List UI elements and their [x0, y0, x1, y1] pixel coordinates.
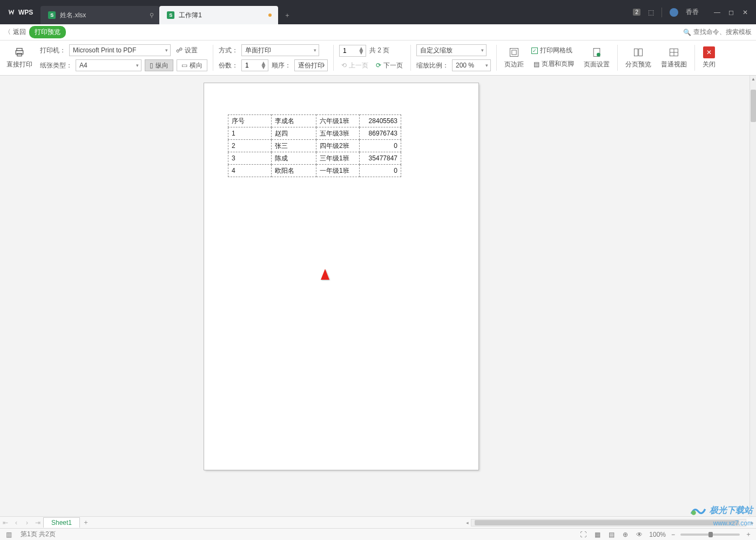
paper-label: 纸张类型： — [40, 61, 72, 70]
order-value: 逐份打印 — [298, 61, 324, 70]
zoom-slider[interactable] — [680, 534, 740, 536]
svg-rect-7 — [634, 49, 638, 56]
maximize-button[interactable]: ◻ — [725, 7, 738, 18]
vertical-scrollbar[interactable]: ▲ ▼ — [750, 76, 756, 521]
tab-file-2[interactable]: S 工作簿1 — [159, 6, 278, 24]
view-reading-icon[interactable]: ⊕ — [621, 531, 630, 538]
sheet-nav-first[interactable]: ⇤ — [0, 519, 11, 526]
notification-badge[interactable]: 2 — [633, 9, 640, 16]
settings-label: 设置 — [185, 46, 198, 55]
cell: 四年级2班 — [316, 140, 360, 152]
zoom-value[interactable]: 100% — [649, 531, 666, 538]
sheet-tab[interactable]: Sheet1 — [43, 517, 80, 528]
zoom-in-button[interactable]: ＋ — [745, 530, 752, 539]
scroll-left-icon[interactable]: ◂ — [463, 520, 471, 525]
chevron-down-icon: ▾ — [485, 63, 488, 68]
svg-marker-13 — [321, 269, 329, 280]
pin-icon[interactable]: ⚲ — [150, 12, 154, 19]
paper-select[interactable]: A4▾ — [76, 59, 141, 71]
add-sheet-button[interactable]: ＋ — [80, 518, 92, 527]
printer-icon — [12, 46, 26, 58]
fullscreen-icon[interactable]: ⛶ — [579, 531, 588, 538]
separator — [617, 45, 618, 71]
slider-knob[interactable] — [708, 532, 713, 537]
separator — [410, 45, 411, 71]
separator — [213, 45, 213, 71]
chevron-down-icon[interactable]: ▼ — [358, 51, 364, 55]
copies-spinner[interactable]: 1▲▼ — [241, 59, 268, 71]
user-avatar-icon[interactable] — [670, 8, 678, 17]
cell: 序号 — [228, 115, 272, 127]
document-tabs: S 姓名.xlsx ⚲ S 工作簿1 ＋ — [40, 0, 296, 24]
mode-select[interactable]: 单面打印▾ — [241, 44, 319, 56]
cell: 3 — [228, 152, 272, 165]
landscape-label: 横向 — [190, 61, 202, 70]
preview-area: 序号李成名六年级1班28405563 1赵四五年级3班86976743 2张三四… — [0, 76, 750, 521]
direct-print-label: 直接打印 — [6, 60, 32, 69]
sheet-nav-next[interactable]: › — [22, 519, 32, 526]
portrait-icon: ▯ — [150, 62, 153, 69]
close-preview-button[interactable]: ✕ 关闭 — [700, 46, 718, 69]
minimize-button[interactable]: — — [711, 7, 724, 18]
zoom-mode-select[interactable]: 自定义缩放▾ — [416, 44, 487, 56]
view-normal-icon[interactable]: ▦ — [593, 531, 602, 538]
status-bar: ▥ 第1页 共2页 ⛶ ▦ ▤ ⊕ 👁 100% − ＋ — [0, 528, 756, 540]
chevron-down-icon[interactable]: ▼ — [260, 65, 267, 69]
back-row: 〈 返回 打印预览 🔍 查找命令、搜索模板 — [0, 24, 756, 40]
paper-value: A4 — [79, 62, 87, 69]
close-window-button[interactable]: ✕ — [739, 7, 752, 18]
prev-page-button: ⟲上一页 — [339, 60, 370, 71]
printer-settings-button[interactable]: ☍设置 — [174, 45, 200, 56]
page-break-preview-button[interactable]: 分页预览 — [623, 46, 653, 69]
zoom-out-button[interactable]: − — [671, 531, 675, 538]
page-setup-button[interactable]: 页面设置 — [582, 46, 612, 69]
ribbon: 直接打印 打印机： Microsoft Print to PDF▾ ☍设置 纸张… — [0, 40, 756, 76]
cell: 李成名 — [272, 115, 316, 127]
back-button[interactable]: 〈 返回 — [4, 28, 26, 37]
order-select[interactable]: 逐份打印▾ — [294, 59, 328, 71]
margins-button[interactable]: 页边距 — [502, 46, 526, 69]
normal-view-label: 普通视图 — [661, 60, 687, 69]
user-name[interactable]: 香香 — [686, 8, 699, 17]
scrollbar-thumb[interactable] — [475, 520, 739, 525]
cell: 1 — [228, 127, 272, 140]
orientation-landscape-button[interactable]: ▭横向 — [177, 59, 207, 71]
printer-label: 打印机： — [40, 46, 66, 55]
normal-view-button[interactable]: 普通视图 — [659, 46, 689, 69]
scroll-right-icon[interactable]: ▸ — [748, 520, 756, 525]
gridlines-checkbox[interactable]: ✓打印网格线 — [531, 46, 576, 55]
page-number-spinner[interactable]: 1▲▼ — [339, 45, 366, 57]
apps-icon[interactable]: ⬚ — [648, 9, 654, 16]
close-label: 关闭 — [703, 60, 716, 69]
eye-icon[interactable]: 👁 — [635, 531, 644, 538]
direct-print-button[interactable]: 直接打印 — [4, 46, 35, 69]
preview-table: 序号李成名六年级1班28405563 1赵四五年级3班86976743 2张三四… — [228, 114, 401, 177]
horizontal-scrollbar[interactable] — [471, 519, 746, 526]
zoom-ratio-select[interactable]: 200 %▾ — [452, 59, 491, 71]
next-page-button[interactable]: ⟳下一页 — [374, 60, 405, 71]
title-bar: WPS S 姓名.xlsx ⚲ S 工作簿1 ＋ 2 ⬚ 香香 — ◻ ✕ — [0, 0, 756, 24]
sheet-nav-last[interactable]: ⇥ — [32, 519, 43, 526]
orientation-portrait-button[interactable]: ▯纵向 — [145, 59, 173, 71]
app-name: WPS — [18, 9, 33, 16]
new-tab-button[interactable]: ＋ — [278, 6, 296, 24]
cell: 一年级1班 — [316, 165, 360, 177]
header-footer-label: 页眉和页脚 — [542, 59, 574, 69]
sheet-tab-row: ⇤ ‹ › ⇥ Sheet1 ＋ ◂ ▸ — [0, 516, 756, 528]
scrollbar-thumb[interactable] — [751, 90, 756, 122]
table-row: 2张三四年级2班0 — [228, 140, 401, 152]
view-pagebreak-icon[interactable]: ▤ — [607, 531, 616, 538]
cell: 4 — [228, 165, 272, 177]
printer-value: Microsoft Print to PDF — [73, 46, 136, 54]
scroll-up-icon[interactable]: ▲ — [750, 76, 756, 82]
sheet-nav-prev[interactable]: ‹ — [11, 519, 22, 526]
command-search[interactable]: 🔍 查找命令、搜索模板 — [683, 28, 752, 37]
svg-rect-2 — [17, 53, 22, 56]
printer-select[interactable]: Microsoft Print to PDF▾ — [69, 44, 171, 56]
tab-file-1[interactable]: S 姓名.xlsx ⚲ — [40, 6, 159, 24]
page-total: 共 2 页 — [369, 46, 389, 55]
layout-icon[interactable]: ▥ — [4, 531, 13, 538]
header-footer-button[interactable]: ▤页眉和页脚 — [531, 58, 576, 70]
landscape-icon: ▭ — [181, 62, 187, 69]
cell: 陈成 — [272, 152, 316, 165]
